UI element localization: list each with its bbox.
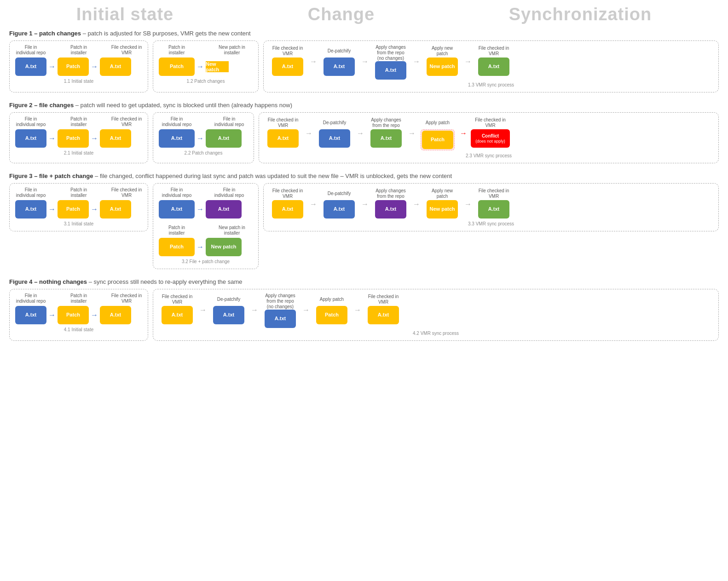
fig2-sc2: De-patchify A.txt — [316, 116, 353, 148]
fig1-sl1: File checked inVMR — [269, 45, 306, 58]
fig2-sync-box: File checked inVMR A.txt → De-patchify A… — [259, 112, 719, 163]
figure-4-title-bold: Figure 4 – nothing changes — [9, 278, 87, 285]
fig1-initial-headers: File inindividual repo Patch ininstaller… — [15, 45, 142, 56]
fig2-sc5: File checked inVMR Conflict (does not ap… — [471, 116, 510, 148]
fig2-conflict: Conflict (does not apply) — [471, 129, 510, 148]
fig1-ch2: New patch ininstaller — [211, 45, 253, 56]
fig4-sc1: File checked inVMR A.txt — [159, 293, 196, 324]
fig1-sl5: File checked inVMR — [475, 45, 512, 58]
fig2-h3: File checked inVMR — [111, 116, 142, 127]
figure-4-title-normal: – sync process still needs to re-apply e… — [87, 278, 242, 285]
fig3-sc2: De-patchify A.txt — [321, 187, 358, 219]
fig4-arrow1: → — [48, 311, 56, 319]
fig2-change-flow: A.txt → A.txt — [159, 129, 248, 148]
fig2-sl3: Apply changesfrom the repo — [368, 116, 404, 129]
fig1-sarrow1: → — [310, 58, 317, 66]
fig3-change-flow-top: A.txt → A.txt — [159, 200, 253, 219]
fig2-initial-box: File inindividual repo Patch ininstaller… — [9, 112, 148, 163]
fig1-sync-box: File checked inVMR A.txt → De-patchify A… — [263, 40, 719, 92]
fig3-h1: File inindividual repo — [15, 187, 46, 198]
fig1-initial-flow: A.txt → Patch → A.txt — [15, 58, 142, 76]
fig3-change-headers-bot: Patch ininstaller New patch ininstaller — [159, 225, 253, 236]
fig3-ch3: Patch ininstaller — [159, 225, 195, 236]
fig3-s-newpatch: New patch — [427, 200, 458, 219]
fig3-sync-steps: File checked inVMR A.txt → De-patchify A… — [269, 187, 713, 219]
figure-1-title-normal: – patch is adjusted for SB purposes, VMR… — [81, 30, 251, 37]
fig1-h2: Patch ininstaller — [63, 45, 94, 56]
fig4-s-atxt4: A.txt — [368, 306, 399, 324]
fig3-sarrow3: → — [413, 200, 420, 208]
fig3-s-atxt1: A.txt — [272, 200, 303, 219]
figure-2-title-bold: Figure 2 – file changes — [9, 102, 74, 109]
fig3-s-atxt2: A.txt — [324, 200, 355, 219]
fig1-change-label: 1.2 Patch changes — [159, 79, 253, 84]
fig4-h1: File inindividual repo — [15, 293, 46, 304]
figure-1-row: File inindividual repo Patch ininstaller… — [9, 40, 719, 92]
fig3-ch2: File inindividual repo — [211, 187, 247, 198]
figure-4-title: Figure 4 – nothing changes – sync proces… — [9, 278, 719, 285]
fig1-arrow1: → — [48, 63, 56, 71]
fig3-s-atxt3: A.txt — [375, 200, 406, 219]
fig2-patch-1: Patch — [58, 129, 89, 148]
fig3-atxt-1: A.txt — [15, 200, 46, 219]
fig4-s-patch: Patch — [316, 306, 347, 324]
fig3-initial-flow: A.txt → Patch → A.txt — [15, 200, 142, 219]
fig3-arrow1: → — [48, 205, 56, 213]
fig4-sc5: File checked inVMR A.txt — [365, 293, 402, 324]
fig4-initial-flow: A.txt → Patch → A.txt — [15, 306, 142, 324]
header-change: Change — [308, 5, 375, 24]
figure-3-title-bold: Figure 3 – file + patch change — [9, 173, 93, 179]
fig1-sc5: File checked inVMR A.txt — [475, 45, 512, 76]
fig3-change-headers-top: File inindividual repo File inindividual… — [159, 187, 253, 198]
fig3-sarrow2: → — [361, 200, 369, 208]
fig1-arrow2: → — [91, 63, 98, 71]
fig4-sl5: File checked inVMR — [365, 293, 402, 306]
fig2-arrow1: → — [48, 134, 56, 143]
fig4-sc2: De-patchify A.txt — [210, 293, 247, 324]
fig4-initial-headers: File inindividual repo Patch ininstaller… — [15, 293, 142, 304]
fig3-sc3: Apply changesfrom the repo A.txt — [372, 187, 409, 219]
fig2-atxt-1: A.txt — [15, 129, 46, 148]
fig3-sl5: File checked inVMR — [475, 187, 512, 200]
fig4-initial-box: File inindividual repo Patch ininstaller… — [9, 289, 148, 341]
fig4-sc3: Apply changesfrom the repo(no changes) A… — [262, 293, 299, 328]
fig3-initial-box: File inindividual repo Patch ininstaller… — [9, 183, 148, 231]
fig2-sarrow2: → — [357, 129, 364, 138]
fig3-initial-headers: File inindividual repo Patch ininstaller… — [15, 187, 142, 198]
fig2-s-atxt2: A.txt — [319, 129, 350, 148]
fig1-sl4: Apply newpatch — [424, 45, 461, 58]
fig1-sarrow4: → — [464, 58, 472, 66]
fig4-sync-box: File checked inVMR A.txt → De-patchify A… — [153, 289, 719, 341]
fig2-sarrow4: → — [460, 129, 467, 138]
fig3-s-atxt4: A.txt — [478, 200, 509, 219]
fig1-initial-box: File inindividual repo Patch ininstaller… — [9, 40, 148, 92]
fig1-s-atxt1: A.txt — [272, 58, 303, 76]
fig3-sl4: Apply newpatch — [424, 187, 461, 200]
fig3-atxt-2: A.txt — [100, 200, 131, 219]
fig2-sc1: File checked inVMR A.txt — [265, 116, 301, 148]
fig1-atxt-2: A.txt — [100, 58, 131, 76]
fig2-arrow2: → — [91, 134, 98, 143]
fig1-sc1: File checked inVMR A.txt — [269, 45, 306, 76]
fig4-h2: Patch ininstaller — [63, 293, 94, 304]
fig1-h3: File checked inVMR — [111, 45, 142, 56]
fig4-s-atxt2: A.txt — [213, 306, 244, 324]
fig1-sync-steps: File checked inVMR A.txt → De-patchify A… — [269, 45, 713, 80]
fig2-ch1: File inindividual repo — [159, 116, 195, 127]
fig1-s-atxt3: A.txt — [375, 61, 406, 80]
fig4-sl3: Apply changesfrom the repo(no changes) — [262, 293, 299, 310]
page-header: Initial state Change Synchronization — [9, 5, 719, 24]
fig1-sync-label: 1.3 VMR sync process — [269, 82, 713, 87]
figure-2-title-normal: – patch will need to get updated, sync i… — [74, 102, 292, 109]
fig2-sl2: De-patchify — [316, 116, 353, 129]
fig4-h3: File checked inVMR — [111, 293, 142, 304]
fig1-s-newpatch: New patch — [427, 58, 458, 76]
fig3-atxt-c2: A.txt — [206, 200, 242, 219]
fig2-atxt-c1: A.txt — [159, 129, 195, 148]
figure-3-row: File inindividual repo Patch ininstaller… — [9, 183, 719, 269]
figure-2-title: Figure 2 – file changes – patch will nee… — [9, 102, 719, 109]
fig1-s-atxt4: A.txt — [478, 58, 509, 76]
fig2-s-atxt1: A.txt — [267, 129, 299, 148]
fig1-split-left: New patch — [206, 61, 229, 72]
fig1-h1: File inindividual repo — [15, 45, 46, 56]
